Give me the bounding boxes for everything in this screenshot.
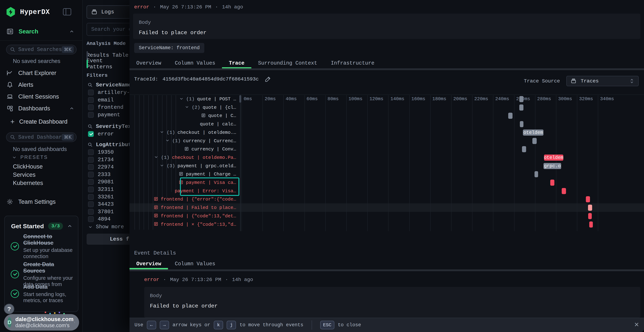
chevron-down-icon[interactable] — [179, 96, 184, 102]
chevron-down-icon[interactable] — [160, 130, 164, 135]
pencil-icon[interactable] — [265, 76, 271, 82]
scrollbar-thumb[interactable] — [239, 95, 241, 103]
tab-overview[interactable]: Overview — [130, 59, 168, 67]
checkbox[interactable] — [88, 104, 94, 110]
checkbox[interactable] — [88, 90, 94, 95]
span-duration-bar[interactable] — [519, 104, 524, 110]
span-duration-bar[interactable]: oteldem — [544, 154, 563, 161]
source-select-button[interactable]: Logs — [86, 5, 130, 18]
get-started-item[interactable]: Create Data SourcesConfigure where your … — [11, 261, 74, 288]
span-duration-bar[interactable] — [534, 171, 538, 177]
chevron-down-icon[interactable] — [160, 163, 164, 169]
esc-key[interactable]: ESC — [320, 321, 334, 329]
tab-trace[interactable]: Trace — [222, 59, 251, 67]
tab-column-values[interactable]: Column Values — [168, 59, 222, 67]
span-duration-bar[interactable]: grpc.o — [544, 163, 561, 169]
span-row[interactable]: (1)currency | Currenc… — [130, 137, 238, 145]
help-button[interactable]: ? — [4, 304, 14, 314]
sidebar-preset-clickhouse[interactable]: ClickHouse — [13, 163, 43, 170]
filter-option[interactable]: frontend — [88, 104, 124, 110]
presets-toggle[interactable]: PRESETS — [12, 154, 48, 160]
checkbox[interactable] — [88, 202, 94, 207]
sidebar-item-client-sessions[interactable]: Client Sessions — [6, 92, 76, 101]
span-duration-bar[interactable] — [550, 180, 554, 186]
sidebar-preset-kubernetes[interactable]: Kubernetes — [13, 180, 43, 186]
span-row[interactable]: quote | calc… — [130, 120, 238, 128]
span-row[interactable]: payment | Charge … — [130, 170, 238, 178]
span-row[interactable]: quote | C… — [130, 112, 238, 120]
span-duration-bar[interactable] — [520, 121, 524, 127]
span-row[interactable]: (3)payment | grpc.oteld… — [130, 162, 238, 170]
filter-option[interactable]: error — [88, 131, 114, 137]
filter-option[interactable]: email — [88, 97, 114, 103]
span-row[interactable]: (1)checkout | oteldemo.… — [130, 128, 238, 137]
filter-option[interactable]: 33261 — [88, 194, 114, 200]
sidebar-item-chart-explorer[interactable]: Chart Explorer — [6, 69, 76, 77]
span-row[interactable]: frontend | Failed to place… — [130, 204, 238, 212]
user-menu[interactable]: D dale@clickhouse.com dale@clickhouse.co… — [4, 314, 79, 330]
checkbox[interactable] — [88, 186, 94, 192]
chevron-down-icon[interactable] — [184, 105, 189, 110]
chevron-down-icon[interactable] — [154, 155, 158, 160]
checkbox[interactable] — [88, 131, 94, 137]
checkbox[interactable] — [88, 172, 94, 178]
filter-option[interactable]: payment — [88, 112, 120, 118]
span-row[interactable]: (1)checkout | oteldemo.Pa… — [130, 154, 238, 162]
span-row[interactable]: (1)quote | POST … — [130, 95, 238, 103]
checkbox[interactable] — [88, 164, 94, 170]
checkbox[interactable] — [88, 209, 94, 215]
span-duration-bar[interactable] — [589, 222, 593, 228]
tab-surrounding-context[interactable]: Surrounding Context — [251, 59, 324, 67]
event-search-input[interactable] — [86, 23, 130, 36]
get-started-item[interactable]: Add DataStart sending logs, metrics, or … — [11, 284, 74, 304]
arrow-right-key[interactable]: → — [160, 321, 169, 329]
checkbox[interactable] — [88, 216, 94, 222]
sidebar-collapse-icon[interactable] — [63, 8, 71, 16]
span-duration-bar[interactable] — [586, 196, 590, 202]
checkbox[interactable] — [88, 112, 94, 118]
sidebar-item-dashboards[interactable]: Dashboards — [6, 104, 76, 113]
sidebar-item-search[interactable]: Search — [6, 27, 76, 36]
checkbox[interactable] — [88, 179, 94, 185]
checkbox[interactable] — [88, 194, 94, 200]
arrow-left-key[interactable]: ← — [147, 321, 156, 329]
saved-searches-field[interactable] — [18, 47, 62, 52]
sidebar-preset-services[interactable]: Services — [13, 171, 36, 178]
span-row[interactable]: (2)quote | {cl… — [130, 104, 238, 112]
span-row[interactable]: currency | Conv… — [130, 145, 238, 153]
saved-dashboards-field[interactable] — [18, 134, 62, 140]
sidebar-item-team-settings[interactable]: Team Settings — [6, 198, 76, 206]
tab-overview[interactable]: Overview — [130, 260, 168, 268]
span-duration-bar[interactable] — [519, 96, 524, 102]
close-icon[interactable]: × — [634, 321, 639, 329]
tab-infrastructure[interactable]: Infrastructure — [324, 59, 381, 67]
checkbox[interactable] — [88, 149, 94, 155]
checkbox[interactable] — [88, 97, 94, 103]
trace-source-select[interactable]: Traces — [566, 76, 639, 86]
tab-column-values[interactable]: Column Values — [168, 260, 222, 268]
filter-option[interactable]: artillery-loa — [88, 90, 130, 96]
span-row[interactable]: frontend | {"error":{"code… — [130, 195, 238, 204]
span-row[interactable]: frontend | × {"code":13,"d… — [130, 220, 238, 228]
filter-option[interactable]: 29081 — [88, 179, 114, 185]
filter-option[interactable]: 34423 — [88, 201, 114, 207]
filter-option[interactable]: 37801 — [88, 209, 114, 215]
filter-option[interactable]: 4894 — [88, 216, 110, 222]
get-started-item[interactable]: Connect to ClickHouseSet up your databas… — [11, 233, 74, 260]
less-filters-button[interactable]: Less filters — [86, 234, 130, 245]
chevron-up-icon[interactable] — [69, 106, 74, 111]
create-dashboard-button[interactable]: + Create Dashboard — [10, 118, 68, 125]
span-duration-bar[interactable] — [562, 188, 566, 194]
service-chip[interactable]: ServiceName: frontend — [134, 43, 204, 53]
span-duration-bar[interactable] — [588, 213, 592, 219]
filter-option[interactable]: 32311 — [88, 186, 114, 192]
span-duration-bar[interactable] — [508, 113, 512, 119]
checkbox[interactable] — [88, 157, 94, 162]
span-row[interactable]: frontend | {"code":13,"det… — [130, 212, 238, 220]
chevron-up-icon[interactable] — [69, 29, 74, 34]
analysis-mode-event-patterns[interactable]: Event Patterns — [86, 60, 130, 68]
span-duration-bar[interactable]: oteldem — [523, 130, 543, 136]
filter-option[interactable]: 22974 — [88, 164, 114, 170]
j-key[interactable]: j — [227, 321, 236, 329]
filter-option[interactable]: 19350 — [88, 149, 114, 155]
